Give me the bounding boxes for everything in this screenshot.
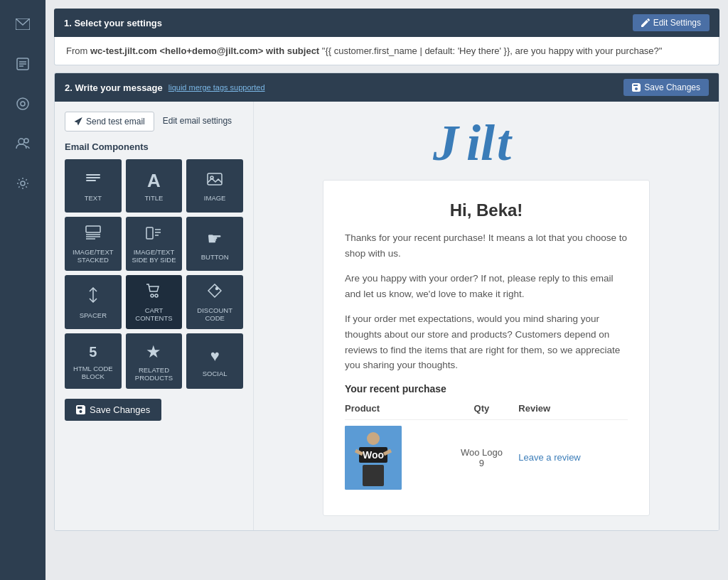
svg-text:J: J	[432, 116, 460, 166]
svg-rect-19	[146, 227, 153, 239]
svg-point-24	[151, 294, 154, 297]
product-image: Woo	[345, 426, 402, 490]
section1-title: 1. Select your settings	[64, 18, 162, 28]
component-image-text-side[interactable]: IMAGE/TEXT SIDE BY SIDE	[126, 217, 183, 271]
component-title[interactable]: A TITLE	[126, 159, 183, 213]
component-social[interactable]: ♥ SOCIAL	[186, 333, 243, 389]
jilt-logo: J i l t	[429, 116, 543, 166]
image-text-stacked-icon	[85, 225, 101, 244]
left-panel: Send test email Edit email settings Emai…	[55, 102, 254, 530]
email-preview-card: Hi, Beka! Thanks for your recent purchas…	[323, 180, 650, 516]
section1-header: 1. Select your settings Edit Settings	[54, 9, 719, 37]
jilt-logo-area: J i l t	[268, 116, 705, 168]
component-related-products[interactable]: ★ RELATED PRODUCTS	[126, 333, 183, 389]
qty-value: 9	[445, 458, 519, 468]
component-discount-code[interactable]: DISCOUNT CODE	[186, 275, 243, 329]
from-address: wc-test.jilt.com <hello+demo@jilt.com>	[90, 45, 263, 56]
sidebar-item-users[interactable]	[10, 131, 36, 156]
email-body2: Are you happy with your order? If not, p…	[345, 271, 628, 301]
product-name-qty: Woo Logo 9	[445, 419, 519, 495]
product-name: Woo Logo	[445, 447, 519, 458]
edit-email-settings-link[interactable]: Edit email settings	[160, 112, 235, 131]
svg-rect-11	[86, 177, 100, 178]
main-content: 1. Select your settings Edit Settings Fr…	[46, 0, 728, 580]
email-body3: If your order met expectations, would yo…	[345, 311, 628, 372]
svg-text:i: i	[466, 116, 481, 166]
send-test-email-button[interactable]: Send test email	[65, 112, 154, 131]
subject-value: "{{ customer.first_name | default: 'Hey …	[322, 45, 663, 56]
section1: 1. Select your settings Edit Settings Fr…	[54, 9, 719, 65]
liquid-merge-tags-link[interactable]: liquid merge tags supported	[168, 83, 265, 92]
svg-point-9	[21, 181, 25, 186]
section2-header: 2. Write your message liquid merge tags …	[55, 73, 719, 102]
review-cell: Leave a review	[518, 419, 628, 495]
from-bar: From wc-test.jilt.com <hello+demo@jilt.c…	[54, 37, 719, 65]
sidebar-item-media[interactable]	[10, 91, 36, 117]
from-label: From	[66, 45, 87, 56]
preview-area: J i l t Hi, Beka! Thanks for your recent…	[254, 102, 719, 530]
components-grid: TEXT A TITLE	[65, 159, 243, 389]
table-row: Woo	[345, 419, 628, 495]
cart-icon	[146, 284, 161, 302]
section2-header-left: 2. Write your message liquid merge tags …	[65, 82, 265, 93]
heart-icon: ♥	[210, 347, 220, 365]
title-icon: A	[147, 171, 161, 190]
component-button[interactable]: ☛ BUTTON	[186, 217, 243, 271]
col-review: Review	[518, 403, 628, 420]
email-body1: Thanks for your recent purchase! It mean…	[345, 230, 628, 261]
svg-rect-10	[86, 174, 100, 176]
image-icon	[207, 171, 223, 190]
svg-text:t: t	[497, 116, 513, 166]
star-icon: ★	[146, 342, 161, 362]
svg-point-34	[367, 432, 380, 445]
svg-rect-35	[363, 465, 384, 486]
leave-review-link[interactable]: Leave a review	[518, 452, 580, 463]
svg-rect-15	[86, 226, 100, 232]
svg-point-6	[21, 102, 25, 106]
section2: 2. Write your message liquid merge tags …	[54, 72, 719, 531]
purchase-table: Product Qty Review	[345, 403, 628, 495]
components-title: Email Components	[65, 141, 243, 152]
svg-rect-12	[86, 180, 96, 181]
svg-text:l: l	[481, 116, 495, 166]
svg-text:Woo: Woo	[363, 449, 384, 461]
svg-point-5	[17, 98, 28, 109]
component-image[interactable]: IMAGE	[186, 159, 243, 213]
component-cart-contents[interactable]: CART CONTENTS	[126, 275, 183, 329]
discount-icon	[208, 284, 222, 302]
product-cell: Woo	[345, 419, 445, 495]
sidebar-item-settings[interactable]	[10, 171, 36, 196]
html-icon: 5	[89, 344, 97, 360]
save-changes-bottom-button[interactable]: Save Changes	[65, 399, 161, 421]
with-subject-label: with subject	[266, 45, 322, 56]
text-icon	[85, 171, 101, 190]
svg-point-7	[18, 139, 24, 144]
svg-point-25	[155, 294, 158, 297]
component-image-text-stacked[interactable]: IMAGE/TEXT STACKED	[65, 217, 122, 271]
component-html-code[interactable]: 5 HTML CODE BLOCK	[65, 333, 122, 389]
spacer-icon	[87, 287, 100, 307]
col-qty: Qty	[445, 403, 519, 420]
component-spacer[interactable]: SPACER	[65, 275, 122, 329]
email-greeting: Hi, Beka!	[345, 200, 628, 220]
svg-point-8	[24, 139, 28, 143]
product-illustration: Woo	[345, 426, 402, 490]
col-product: Product	[345, 403, 445, 420]
editor-area: Send test email Edit email settings Emai…	[55, 102, 719, 530]
component-text[interactable]: TEXT	[65, 159, 122, 213]
button-icon: ☛	[207, 229, 223, 249]
image-text-side-icon	[146, 225, 161, 244]
recent-purchase-label: Your recent purchase	[345, 383, 628, 394]
sidebar-item-email[interactable]	[10, 11, 36, 37]
svg-rect-13	[208, 173, 222, 185]
action-buttons: Send test email Edit email settings	[65, 112, 243, 131]
svg-point-26	[216, 288, 218, 290]
sidebar	[0, 0, 46, 580]
save-changes-top-button[interactable]: Save Changes	[623, 79, 709, 96]
edit-settings-button[interactable]: Edit Settings	[633, 14, 710, 31]
sidebar-item-orders[interactable]	[10, 51, 36, 77]
section2-title: 2. Write your message	[65, 82, 163, 93]
